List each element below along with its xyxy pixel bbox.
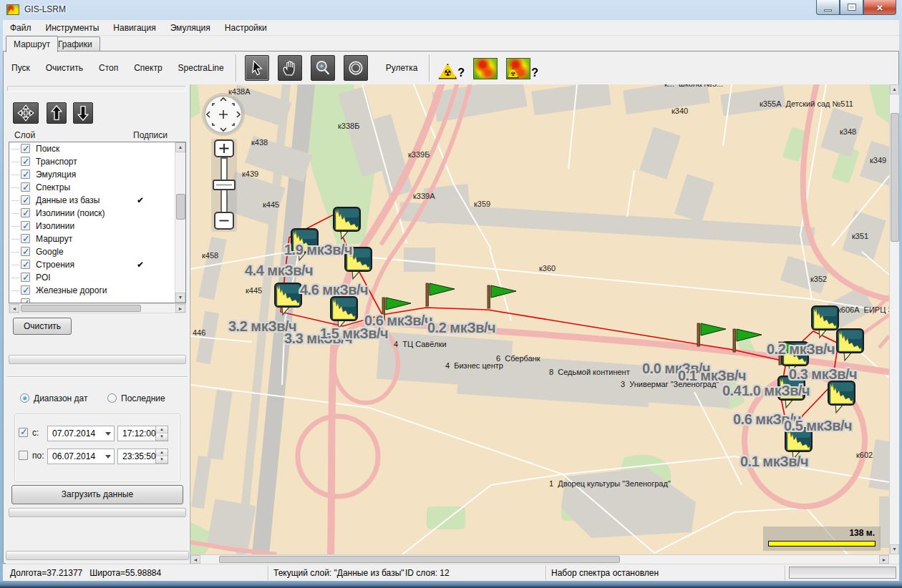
layer-list-hscrollbar[interactable]: ◄ ► (9, 303, 186, 313)
layer-checkbox[interactable]: ✓ (21, 273, 30, 282)
layer-row-2[interactable]: ✓Эмуляция (9, 168, 185, 181)
scroll-down-icon[interactable]: ▼ (175, 293, 185, 303)
layer-down-button[interactable] (73, 102, 93, 124)
toolbar-button-2[interactable]: Стоп (91, 59, 126, 77)
layer-row-9[interactable]: ✓Строения✔ (9, 258, 185, 271)
panel-grip[interactable] (7, 86, 186, 92)
menu-item-2[interactable]: Навигация (106, 21, 163, 35)
clear-button[interactable]: Очистить (13, 318, 72, 335)
layer-row-8[interactable]: ✓Google (9, 245, 185, 258)
spin-down-icon[interactable]: ▼ (156, 433, 168, 441)
layer-checkbox[interactable]: ✓ (21, 285, 30, 295)
layer-checkbox[interactable]: ✓ (21, 144, 30, 153)
layer-row-1[interactable]: ✓Транспорт (9, 155, 185, 168)
panel-splitter[interactable] (6, 551, 189, 560)
date-range-radio[interactable] (20, 393, 29, 403)
move-layer-button[interactable] (13, 102, 39, 124)
scroll-left-icon[interactable]: ◄ (9, 304, 19, 313)
scroll-up-icon[interactable]: ▲ (175, 142, 185, 152)
layer-checkbox[interactable]: ✓ (21, 157, 30, 166)
layer-checkbox[interactable]: ✓ (21, 234, 30, 243)
layer-checkbox[interactable]: ✓ (21, 170, 30, 179)
layer-row-4[interactable]: ✓Данные из базы✔ (9, 194, 185, 207)
menu-item-4[interactable]: Настройки (218, 21, 274, 35)
layer-checkbox[interactable]: ✓ (21, 221, 30, 230)
menu-item-3[interactable]: Эмуляция (163, 21, 218, 35)
spectrum-marker[interactable] (835, 328, 865, 364)
date-range-radio-label[interactable]: Диапазон дат (34, 393, 87, 403)
chevron-down-icon[interactable] (105, 455, 111, 459)
from-date-combo[interactable]: 07.07.2014 (47, 426, 115, 441)
spectrum-marker[interactable] (332, 206, 362, 242)
map-zoom-slider[interactable] (210, 139, 238, 232)
scrollbar-thumb[interactable] (891, 113, 899, 242)
layer-row-12[interactable]: ✓ (9, 297, 185, 303)
close-button[interactable]: × (863, 0, 896, 15)
spectrum-marker[interactable] (827, 380, 857, 416)
toolbar-button-0[interactable]: Пуск (4, 59, 38, 77)
to-date-checkbox[interactable] (19, 451, 28, 460)
tab-0[interactable]: Маршрут (6, 36, 58, 52)
waypoint-flag-icon[interactable] (696, 322, 730, 350)
scrollbar-thumb[interactable] (176, 194, 185, 220)
layer-checkbox[interactable]: ✓ (21, 195, 30, 205)
from-date-checkbox[interactable]: ✓ (19, 428, 28, 437)
heatmap-button[interactable] (473, 57, 498, 79)
restore-button[interactable] (840, 0, 863, 15)
pan-tool-button[interactable] (278, 55, 302, 81)
last-records-radio-label[interactable]: Последние (121, 393, 165, 403)
spin-up-icon[interactable]: ▲ (156, 426, 168, 433)
spectrum-marker[interactable] (273, 282, 304, 318)
menu-item-1[interactable]: Инструменты (39, 21, 107, 35)
title-bar[interactable]: GIS-LSRM × (0, 0, 902, 20)
column-header-labels[interactable]: Подписи (133, 130, 168, 140)
zoom-tool-button[interactable] (311, 55, 335, 81)
scroll-right-icon[interactable]: ► (175, 304, 185, 313)
scroll-left-icon[interactable]: ◄ (190, 555, 200, 564)
ruler-button[interactable]: Рулетка (378, 59, 426, 77)
layer-checkbox[interactable]: ✓ (21, 247, 30, 256)
toolbar-button-4[interactable]: SpectraLine (170, 59, 232, 77)
last-records-radio[interactable] (107, 393, 117, 403)
layer-row-7[interactable]: ✓Маршрут (9, 232, 185, 245)
from-time-field[interactable]: 17:12:00 (117, 426, 156, 441)
column-header-layer[interactable]: Слой (14, 130, 35, 140)
spin-up-icon[interactable]: ▲ (156, 449, 168, 456)
load-data-button[interactable]: Загрузить данные (11, 485, 183, 504)
radiation-help-button[interactable]: ☢ ? (438, 57, 465, 79)
layer-row-5[interactable]: ✓Изолинии (поиск) (9, 207, 185, 220)
scrollbar-thumb[interactable] (21, 305, 141, 312)
to-time-field[interactable]: 23:35:50 (117, 449, 156, 464)
layer-row-6[interactable]: ✓Изолинии (9, 220, 185, 232)
layer-checkbox[interactable]: ✓ (21, 182, 30, 192)
scroll-up-icon[interactable]: ▲ (890, 84, 899, 94)
map-canvas[interactable]: к438Ак438к439к445к458к445446к338Бк339Бк3… (190, 84, 889, 554)
minimize-button[interactable] (816, 0, 840, 15)
layer-up-button[interactable] (47, 102, 67, 124)
chevron-down-icon[interactable] (105, 432, 111, 436)
menu-item-0[interactable]: Файл (3, 21, 39, 35)
waypoint-flag-icon[interactable] (486, 284, 520, 312)
map-hscrollbar[interactable]: ◄ ► (190, 554, 889, 564)
scroll-right-icon[interactable]: ► (879, 555, 889, 564)
to-date-combo[interactable]: 06.07.2014 (47, 449, 115, 464)
scroll-down-icon[interactable]: ▼ (890, 544, 899, 554)
toolbar-button-1[interactable]: Очистить (38, 59, 91, 77)
layer-checkbox[interactable]: ✓ (21, 298, 30, 303)
scrollbar-thumb[interactable] (219, 556, 620, 563)
layer-checkbox[interactable]: ✓ (21, 208, 30, 217)
heatmap-radiation-help-button[interactable]: ☢ ? (506, 57, 538, 79)
layer-list-vscrollbar[interactable]: ▲ ▼ (175, 142, 185, 303)
waypoint-flag-icon[interactable] (425, 282, 459, 310)
select-tool-button[interactable] (245, 55, 269, 81)
layer-row-3[interactable]: ✓Спектры (9, 181, 185, 194)
waypoint-flag-icon[interactable] (732, 328, 766, 356)
from-time-spinner[interactable]: ▲▼ (156, 426, 168, 441)
map-vscrollbar[interactable]: ▲ ▼ (889, 84, 899, 554)
circle-select-tool-button[interactable] (344, 55, 368, 81)
map-pan-control[interactable] (200, 92, 246, 137)
layer-row-0[interactable]: ✓Поиск (9, 142, 185, 155)
toolbar-button-3[interactable]: Спектр (126, 59, 170, 77)
layer-row-10[interactable]: ✓POI (9, 271, 185, 284)
to-time-spinner[interactable]: ▲▼ (156, 449, 168, 464)
